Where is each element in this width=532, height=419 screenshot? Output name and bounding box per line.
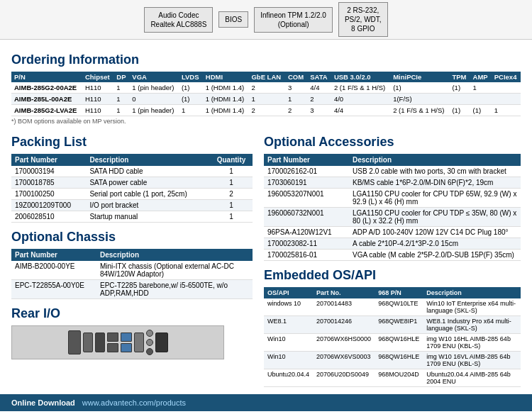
ordering-col-sata: SATA [307, 72, 331, 82]
ordering-cell: 2 [307, 94, 331, 105]
ordering-cell: 4/0 [331, 94, 390, 105]
packing-row: 1700003194SATA HDD cable1 [11, 166, 253, 177]
os-cell: Win10 [264, 334, 313, 352]
rear-io-image [11, 325, 224, 359]
bottom-bar: Online Download www.advantech.com/produc… [0, 394, 532, 411]
os-cell: Win10 IoT Enterprise x64 multi-language … [423, 298, 521, 316]
ordering-cell: 1 [113, 105, 129, 116]
chassis-cell: AIMB-B2000-00YE [11, 261, 96, 280]
top-diagram: Audio CodecRealtek ALC888S BIOS Infineon… [0, 0, 532, 40]
diagram-box-audio: Audio CodecRealtek ALC888S [144, 7, 213, 33]
packing-cell: 1700003194 [11, 166, 86, 177]
ordering-cell: 1(F/S) [390, 94, 449, 105]
io-audio-stack [146, 330, 153, 355]
ordering-col-chipset: Chipset [82, 72, 113, 82]
ordering-cell: (1) [470, 105, 492, 116]
io-lan [155, 333, 168, 352]
ordering-col-vga: VGA [129, 72, 179, 82]
packing-cell: 1 [210, 177, 253, 189]
io-ports-row [62, 327, 174, 358]
accessories-cell: ADP A/D 100-240V 120W 12V C14 DC Plug 18… [349, 227, 521, 238]
ordering-col-usb-3-0-2-0: USB 3.0/2.0 [331, 72, 390, 82]
os-col: Description [423, 287, 521, 298]
ordering-cell: 1 [492, 105, 521, 116]
accessories-cell: LGA1150 CPU cooler for CPU TDP ≤ 35W, 80… [349, 208, 521, 227]
diagram-box-tpm: Infineon TPM 1.2/2.0(Optional) [254, 7, 333, 33]
io-usb-bottom [107, 343, 118, 352]
io-port-hdmi [83, 333, 93, 352]
packing-col: Part Number [11, 154, 86, 166]
main-content: Ordering Information P/NChipsetDPVGALVDS… [0, 40, 532, 387]
accessories-cell: USB 2.0 cable with two ports, 30 cm with… [349, 166, 521, 177]
two-col-section: Packing List Part NumberDescriptionQuant… [11, 128, 521, 387]
ordering-col-p-n: P/N [11, 72, 82, 82]
os-cell: Ubuntu20.04.4 AIMB-285 64b 2004 ENU [423, 369, 521, 387]
io-audio2 [146, 339, 153, 346]
os-cell: WE8.1 [264, 316, 313, 334]
os-table: OS/APIPart No.968 P/NDescription windows… [264, 287, 521, 387]
io-port-vga [68, 330, 81, 354]
os-cell: 2070014483 [313, 298, 375, 316]
bottom-bar-label: Online Download [11, 398, 75, 407]
diagram-box-bios: BIOS [218, 11, 248, 28]
ordering-cell: AIMB-285L-00A2E [11, 94, 82, 105]
ordering-cell: (1) [390, 82, 449, 94]
accessories-cell: LGA1150 CPU cooler for CPU TDP 65W, 92.9… [349, 189, 521, 208]
packing-col: Quantity [210, 154, 253, 166]
packing-cell: I/O port bracket [86, 200, 210, 211]
ordering-title: Ordering Information [11, 52, 521, 67]
chassis-col: Description [96, 249, 253, 261]
os-col: Part No. [313, 287, 375, 298]
io-audio3 [146, 348, 153, 355]
ordering-cell: 2 [248, 82, 285, 94]
chassis-row: AIMB-B2000-00YEMini-ITX chassis (Optiona… [11, 261, 253, 280]
ordering-cell: 1 (HDMI 1.4) [203, 82, 249, 94]
packing-cell: 1700100250 [11, 189, 86, 200]
accessories-cell: 1960060732N001 [264, 208, 349, 227]
ordering-cell: 1 [179, 105, 203, 116]
os-cell: Win10 [264, 352, 313, 369]
os-cell: 20706U20DS0049 [313, 369, 375, 387]
packing-col: Description [86, 154, 210, 166]
packing-cell: 1700018785 [11, 177, 86, 189]
rear-io-section: Rear I/O [11, 306, 253, 359]
packing-cell: 1 [210, 166, 253, 177]
ordering-cell: 1 [285, 94, 307, 105]
ordering-cell: (1) [449, 82, 470, 94]
packing-cell: SATA HDD cable [86, 166, 210, 177]
ordering-cell: 1 [248, 94, 285, 105]
packing-row: 19Z0001209T000I/O port bracket1 [11, 200, 253, 211]
ordering-col-minipcie: MiniPCIe [390, 72, 449, 82]
packing-cell: Startup manual [86, 211, 210, 223]
rear-io-title: Rear I/O [11, 306, 253, 321]
ordering-cell: 2 [285, 105, 307, 116]
ordering-cell: 3 [307, 105, 331, 116]
os-cell: 20706WX6HS0000 [313, 334, 375, 352]
os-cell: img W10 16HL AIMB-285 64b 1709 ENU (KBL-… [423, 334, 521, 352]
accessories-cell: 1960053207N001 [264, 189, 349, 208]
ordering-table: P/NChipsetDPVGALVDSHDMIGbE LANCOMSATAUSB… [11, 72, 521, 116]
os-cell: 2070014246 [313, 316, 375, 334]
os-row: Win1020706WX6HS0000968QW16HLEimg W10 16H… [264, 334, 521, 352]
accessories-title: Optional Accessories [264, 135, 521, 150]
accessories-cell: 1700025816-01 [264, 250, 349, 261]
ordering-row: AIMB-285G2-00A2EH11011 (pin header)(1)1 … [11, 82, 521, 94]
io-audio1 [146, 330, 153, 337]
packing-cell: 2006028510 [11, 211, 86, 223]
accessories-row: 1700023082-11A cable 2*10P-4.2/1*3P-2.0 … [264, 238, 521, 250]
ordering-cell: 0 [129, 94, 179, 105]
io-usb3-top [121, 333, 132, 342]
os-cell: windows 10 [264, 298, 313, 316]
right-column: Optional Accessories Part NumberDescript… [264, 128, 521, 387]
os-col: OS/API [264, 287, 313, 298]
accessories-cell: 1700026162-01 [264, 166, 349, 177]
ordering-col-lvds: LVDS [179, 72, 203, 82]
chassis-row: EPC-T22855A-00Y0EEPC-T2285 barebone,w/ i… [11, 280, 253, 299]
accessories-cell: 1703060191 [264, 177, 349, 189]
os-cell: 968QW16HLE [375, 334, 423, 352]
io-usb-stack2 [121, 333, 132, 352]
os-cell: WE8.1 Industry Pro x64 multi-language (S… [423, 316, 521, 334]
accessories-col: Description [349, 154, 521, 166]
ordering-cell: 2 [248, 105, 285, 116]
accessories-cell: 96PSA-A120W12V1 [264, 227, 349, 238]
